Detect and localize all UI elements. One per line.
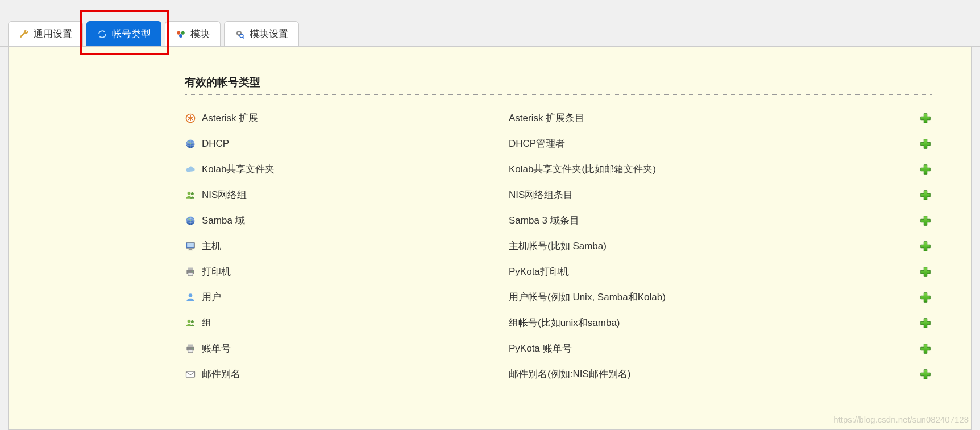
tabs-bar: 通用设置帐号类型模块模块设置 xyxy=(0,0,980,47)
svg-point-21 xyxy=(192,271,193,272)
svg-rect-25 xyxy=(188,344,193,346)
account-type-name: 用户 xyxy=(202,291,509,304)
account-type-name: Samba 域 xyxy=(202,214,509,227)
account-types-table: Asterisk 扩展Asterisk 扩展条目DHCPDHCP管理者Kolab… xyxy=(185,105,932,387)
account-type-name: Asterisk 扩展 xyxy=(202,111,509,125)
account-type-name: 组 xyxy=(202,316,509,329)
section-divider xyxy=(185,94,932,95)
add-icon[interactable] xyxy=(919,214,932,227)
section-title: 有效的帐号类型 xyxy=(185,75,932,90)
add-icon[interactable] xyxy=(919,138,932,150)
users-icon xyxy=(185,317,196,329)
svg-rect-17 xyxy=(188,249,193,250)
svg-point-11 xyxy=(191,192,194,195)
cloud-icon xyxy=(185,164,196,175)
account-type-row: 用户用户帐号(例如 Unix, Samba和Kolab) xyxy=(185,284,932,310)
account-type-row: DHCPDHCP管理者 xyxy=(185,131,932,156)
account-type-row: 打印机PyKota打印机 xyxy=(185,259,932,284)
svg-point-2 xyxy=(179,34,182,38)
account-type-desc: Samba 3 域条目 xyxy=(509,214,898,227)
svg-rect-20 xyxy=(188,272,193,275)
cubes-icon xyxy=(176,29,186,39)
svg-point-22 xyxy=(189,293,193,297)
mail-icon xyxy=(185,369,196,380)
svg-point-23 xyxy=(188,319,191,323)
account-type-desc: 主机帐号(比如 Samba) xyxy=(509,239,898,253)
account-type-row: Samba 域Samba 3 域条目 xyxy=(185,208,932,233)
account-type-desc: 用户帐号(例如 Unix, Samba和Kolab) xyxy=(509,291,898,304)
add-icon[interactable] xyxy=(919,317,932,329)
tab-label: 帐号类型 xyxy=(112,27,151,40)
svg-rect-29 xyxy=(186,371,195,377)
add-icon[interactable] xyxy=(919,240,932,253)
gear-search-icon xyxy=(235,29,245,39)
svg-rect-16 xyxy=(189,249,192,250)
account-type-row: 邮件别名邮件别名(例如:NIS邮件别名) xyxy=(185,361,932,387)
account-type-name: 主机 xyxy=(202,239,509,253)
account-type-desc: PyKota 账单号 xyxy=(509,342,898,355)
add-icon[interactable] xyxy=(919,112,932,125)
account-type-name: 账单号 xyxy=(202,342,509,355)
svg-point-5 xyxy=(240,34,243,38)
account-type-name: Kolab共享文件夹 xyxy=(202,163,509,176)
tab-0[interactable]: 通用设置 xyxy=(8,21,83,46)
svg-rect-27 xyxy=(188,349,193,352)
svg-point-4 xyxy=(238,32,240,34)
svg-point-0 xyxy=(177,31,180,34)
account-type-row: Asterisk 扩展Asterisk 扩展条目 xyxy=(185,105,932,131)
asterisk-icon xyxy=(185,113,196,124)
account-type-name: 打印机 xyxy=(202,265,509,278)
globe-icon xyxy=(185,138,196,150)
account-type-desc: NIS网络组条目 xyxy=(509,188,898,201)
printer-icon xyxy=(185,343,196,354)
account-type-name: DHCP xyxy=(202,138,509,150)
users-icon xyxy=(185,189,196,201)
content-panel: 有效的帐号类型 Asterisk 扩展Asterisk 扩展条目DHCPDHCP… xyxy=(8,47,972,430)
tab-label: 模块 xyxy=(190,27,210,40)
add-icon[interactable] xyxy=(919,266,932,278)
svg-rect-18 xyxy=(188,267,193,270)
refresh-icon xyxy=(97,29,107,39)
printer-icon xyxy=(185,266,196,278)
account-type-desc: 邮件别名(例如:NIS邮件别名) xyxy=(509,367,898,381)
account-type-name: NIS网络组 xyxy=(202,188,509,201)
add-icon[interactable] xyxy=(919,342,932,355)
account-type-desc: Asterisk 扩展条目 xyxy=(509,111,898,125)
svg-point-10 xyxy=(188,191,191,195)
account-type-row: 账单号PyKota 账单号 xyxy=(185,336,932,361)
add-icon[interactable] xyxy=(919,189,932,201)
add-icon[interactable] xyxy=(919,163,932,176)
monitor-icon xyxy=(185,241,196,252)
account-type-row: NIS网络组NIS网络组条目 xyxy=(185,182,932,208)
svg-point-1 xyxy=(181,31,185,34)
tab-label: 通用设置 xyxy=(34,27,72,40)
account-type-row: Kolab共享文件夹Kolab共享文件夹(比如邮箱文件夹) xyxy=(185,156,932,182)
svg-point-28 xyxy=(192,348,193,349)
tab-2[interactable]: 模块 xyxy=(165,21,221,46)
account-type-desc: Kolab共享文件夹(比如邮箱文件夹) xyxy=(509,163,898,176)
tab-1[interactable]: 帐号类型 xyxy=(86,21,161,46)
user-icon xyxy=(185,292,196,303)
account-type-desc: PyKota打印机 xyxy=(509,265,898,278)
account-type-name: 邮件别名 xyxy=(202,367,509,381)
svg-point-24 xyxy=(191,320,194,323)
account-type-desc: 组帐号(比如unix和samba) xyxy=(509,316,898,329)
account-type-row: 组组帐号(比如unix和samba) xyxy=(185,310,932,336)
svg-rect-15 xyxy=(187,243,194,247)
add-icon[interactable] xyxy=(919,291,932,304)
account-type-desc: DHCP管理者 xyxy=(509,137,898,150)
globe-icon xyxy=(185,215,196,226)
svg-line-6 xyxy=(243,37,244,38)
tab-label: 模块设置 xyxy=(250,27,288,40)
add-icon[interactable] xyxy=(919,368,932,381)
wrench-icon xyxy=(19,29,29,39)
tab-3[interactable]: 模块设置 xyxy=(224,21,299,46)
account-type-row: 主机主机帐号(比如 Samba) xyxy=(185,233,932,259)
